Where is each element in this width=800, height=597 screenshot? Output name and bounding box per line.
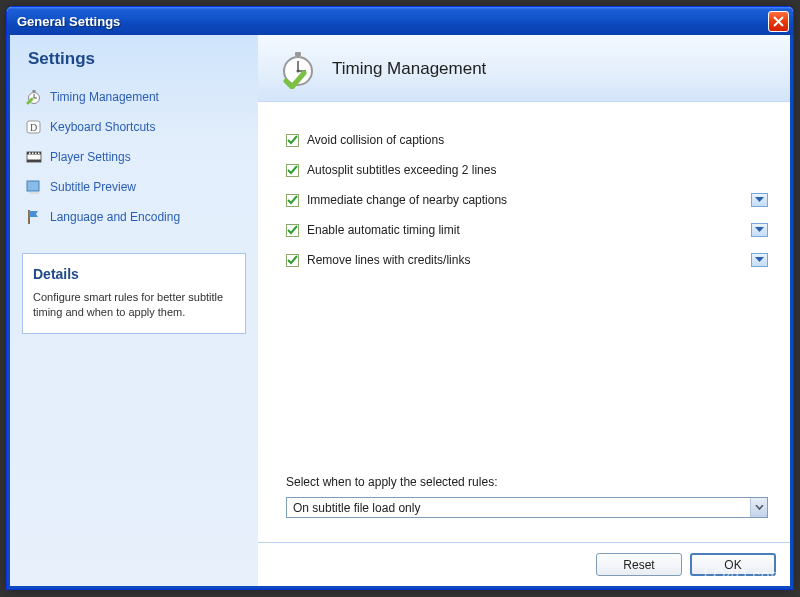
nav-list: Timing Management D Keyboard Shortcuts P… <box>22 85 246 235</box>
main-header: Timing Management <box>258 35 790 102</box>
option-row-avoid-collision: Avoid collision of captions <box>286 130 768 150</box>
option-label: Autosplit subtitles exceeding 2 lines <box>307 163 768 177</box>
option-row-timing-limit: Enable automatic timing limit <box>286 220 768 240</box>
settings-window: General Settings Settings Timing Managem… <box>6 6 794 590</box>
option-row-remove-credits: Remove lines with credits/links <box>286 250 768 270</box>
checkbox-remove-credits[interactable] <box>286 254 299 267</box>
close-icon <box>773 16 784 27</box>
sidebar-item-player[interactable]: Player Settings <box>22 145 246 169</box>
sidebar-item-language[interactable]: Language and Encoding <box>22 205 246 229</box>
sidebar: Settings Timing Management D Keyboard Sh… <box>10 35 258 586</box>
svg-rect-10 <box>38 153 40 155</box>
checkbox-timing-limit[interactable] <box>286 224 299 237</box>
option-label: Avoid collision of captions <box>307 133 768 147</box>
svg-rect-12 <box>29 192 39 194</box>
main-panel: Timing Management Avoid collision of cap… <box>258 35 790 586</box>
close-button[interactable] <box>768 11 789 32</box>
details-heading: Details <box>33 266 235 282</box>
chevron-down-icon <box>755 505 764 511</box>
svg-rect-7 <box>29 153 31 155</box>
apply-label: Select when to apply the selected rules: <box>286 475 768 489</box>
details-text: Configure smart rules for better subtitl… <box>33 290 235 321</box>
reset-button[interactable]: Reset <box>596 553 682 576</box>
client-area: Settings Timing Management D Keyboard Sh… <box>7 35 793 589</box>
flag-icon <box>26 209 42 225</box>
chevron-down-icon <box>755 227 764 233</box>
sidebar-item-timing[interactable]: Timing Management <box>22 85 246 109</box>
titlebar: General Settings <box>7 7 793 35</box>
checkbox-avoid-collision[interactable] <box>286 134 299 147</box>
stopwatch-icon <box>26 89 42 105</box>
expand-button[interactable] <box>751 223 768 237</box>
option-label: Enable automatic timing limit <box>307 223 751 237</box>
sidebar-item-label: Timing Management <box>50 90 159 104</box>
chevron-down-icon <box>755 197 764 203</box>
sidebar-item-label: Keyboard Shortcuts <box>50 120 155 134</box>
sidebar-heading: Settings <box>22 49 246 69</box>
chevron-down-icon <box>755 257 764 263</box>
option-row-immediate-change: Immediate change of nearby captions <box>286 190 768 210</box>
sidebar-item-label: Subtitle Preview <box>50 180 136 194</box>
sidebar-item-subtitle-preview[interactable]: Subtitle Preview <box>22 175 246 199</box>
checkbox-autosplit[interactable] <box>286 164 299 177</box>
option-label: Immediate change of nearby captions <box>307 193 751 207</box>
expand-button[interactable] <box>751 193 768 207</box>
ok-button[interactable]: OK <box>690 553 776 576</box>
option-row-autosplit: Autosplit subtitles exceeding 2 lines <box>286 160 768 180</box>
sidebar-item-label: Language and Encoding <box>50 210 180 224</box>
apply-section: Select when to apply the selected rules:… <box>286 475 768 518</box>
checkbox-immediate-change[interactable] <box>286 194 299 207</box>
stopwatch-large-icon <box>278 49 318 89</box>
key-d-icon: D <box>26 119 42 135</box>
preview-icon <box>26 179 42 195</box>
page-title: Timing Management <box>332 59 486 79</box>
svg-rect-6 <box>27 160 41 163</box>
apply-when-dropdown[interactable]: On subtitle file load only <box>286 497 768 518</box>
dropdown-button[interactable] <box>750 498 767 517</box>
sidebar-item-label: Player Settings <box>50 150 131 164</box>
svg-rect-9 <box>35 153 37 155</box>
footer: Reset OK <box>258 542 790 586</box>
svg-rect-15 <box>295 52 301 56</box>
svg-rect-11 <box>27 181 39 191</box>
details-panel: Details Configure smart rules for better… <box>22 253 246 334</box>
svg-rect-8 <box>32 153 34 155</box>
svg-rect-1 <box>33 90 36 92</box>
dropdown-value: On subtitle file load only <box>287 501 750 515</box>
film-icon <box>26 149 42 165</box>
content-area: Avoid collision of captions Autosplit su… <box>258 102 790 542</box>
window-title: General Settings <box>17 14 768 29</box>
sidebar-item-keyboard[interactable]: D Keyboard Shortcuts <box>22 115 246 139</box>
svg-text:D: D <box>30 122 37 133</box>
expand-button[interactable] <box>751 253 768 267</box>
option-label: Remove lines with credits/links <box>307 253 751 267</box>
